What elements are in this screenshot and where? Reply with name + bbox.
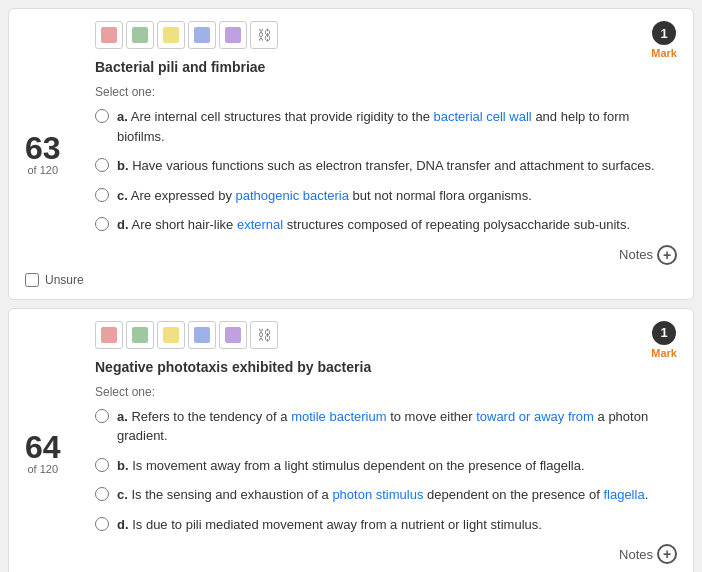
question-number: 63 of 120 xyxy=(25,132,61,176)
radio-a[interactable] xyxy=(95,109,109,123)
option-text-b: b. Have various functions such as electr… xyxy=(117,156,655,176)
radio-b[interactable] xyxy=(95,458,109,472)
radio-b[interactable] xyxy=(95,158,109,172)
toolbar-btn-4[interactable] xyxy=(188,21,216,49)
mark-badge: 1 Mark xyxy=(651,321,677,359)
option-d[interactable]: d. Are short hair-like external structur… xyxy=(95,215,677,235)
toolbar-btn-1[interactable] xyxy=(95,321,123,349)
select-one-label: Select one: xyxy=(95,85,677,99)
mark-circle: 1 xyxy=(652,321,676,345)
question-number-big: 64 xyxy=(25,431,61,463)
unsure-checkbox[interactable] xyxy=(25,273,39,287)
toolbar-btn-5[interactable] xyxy=(219,321,247,349)
toolbar-btn-5[interactable] xyxy=(219,21,247,49)
option-a[interactable]: a. Are internal cell structures that pro… xyxy=(95,107,677,146)
question-number: 64 of 120 xyxy=(25,431,61,475)
option-text-a: a. Are internal cell structures that pro… xyxy=(117,107,677,146)
radio-d[interactable] xyxy=(95,517,109,531)
toolbar: ⛓ xyxy=(95,321,677,349)
toolbar-btn-6[interactable]: ⛓ xyxy=(250,321,278,349)
unsure-row[interactable]: Unsure xyxy=(25,273,677,287)
toolbar: ⛓ xyxy=(95,21,677,49)
option-text-b: b. Is movement away from a light stimulu… xyxy=(117,456,585,476)
mark-label: Mark xyxy=(651,347,677,359)
option-text-c: c. Is the sensing and exhaustion of a ph… xyxy=(117,485,648,505)
toolbar-btn-3[interactable] xyxy=(157,21,185,49)
option-c[interactable]: c. Is the sensing and exhaustion of a ph… xyxy=(95,485,677,505)
option-a[interactable]: a. Refers to the tendency of a motile ba… xyxy=(95,407,677,446)
toolbar-btn-6[interactable]: ⛓ xyxy=(250,21,278,49)
toolbar-btn-1[interactable] xyxy=(95,21,123,49)
notes-label: Notes xyxy=(619,547,653,562)
option-text-c: c. Are expressed by pathogenic bacteria … xyxy=(117,186,532,206)
question-card-2: 64 of 120 1 Mark ⛓Negative phototaxis ex… xyxy=(8,308,694,573)
notes-label: Notes xyxy=(619,247,653,262)
question-number-big: 63 xyxy=(25,132,61,164)
notes-row: Notes + xyxy=(95,245,677,265)
toolbar-btn-2[interactable] xyxy=(126,321,154,349)
toolbar-btn-2[interactable] xyxy=(126,21,154,49)
radio-c[interactable] xyxy=(95,487,109,501)
notes-plus-button[interactable]: + xyxy=(657,245,677,265)
mark-circle: 1 xyxy=(652,21,676,45)
radio-d[interactable] xyxy=(95,217,109,231)
question-title: Bacterial pili and fimbriae xyxy=(95,59,677,75)
question-number-total: of 120 xyxy=(25,463,61,475)
option-b[interactable]: b. Is movement away from a light stimulu… xyxy=(95,456,677,476)
option-b[interactable]: b. Have various functions such as electr… xyxy=(95,156,677,176)
question-card-1: 63 of 120 1 Mark ⛓Bacterial pili and fim… xyxy=(8,8,694,300)
radio-a[interactable] xyxy=(95,409,109,423)
radio-c[interactable] xyxy=(95,188,109,202)
notes-row: Notes + xyxy=(95,544,677,564)
notes-plus-button[interactable]: + xyxy=(657,544,677,564)
select-one-label: Select one: xyxy=(95,385,677,399)
option-d[interactable]: d. Is due to pili mediated movement away… xyxy=(95,515,677,535)
option-text-a: a. Refers to the tendency of a motile ba… xyxy=(117,407,677,446)
option-text-d: d. Are short hair-like external structur… xyxy=(117,215,630,235)
question-title: Negative phototaxis exhibited by bacteri… xyxy=(95,359,677,375)
option-text-d: d. Is due to pili mediated movement away… xyxy=(117,515,542,535)
toolbar-btn-4[interactable] xyxy=(188,321,216,349)
option-c[interactable]: c. Are expressed by pathogenic bacteria … xyxy=(95,186,677,206)
question-number-total: of 120 xyxy=(25,164,61,176)
toolbar-btn-3[interactable] xyxy=(157,321,185,349)
mark-badge: 1 Mark xyxy=(651,21,677,59)
mark-label: Mark xyxy=(651,47,677,59)
unsure-label: Unsure xyxy=(45,273,84,287)
